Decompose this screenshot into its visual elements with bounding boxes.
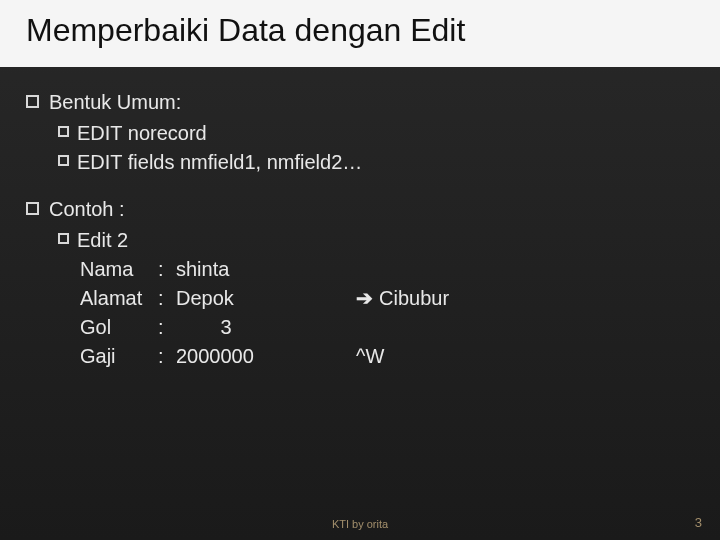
item-text: Edit 2 xyxy=(77,227,128,254)
section-heading: Bentuk Umum: xyxy=(26,89,694,116)
square-bullet-icon xyxy=(26,202,39,215)
field-label: Alamat xyxy=(80,285,158,312)
section-items: EDIT norecord EDIT fields nmfield1, nmfi… xyxy=(58,120,694,176)
section-heading-text: Bentuk Umum: xyxy=(49,89,181,116)
slide-title: Memperbaiki Data dengan Edit xyxy=(0,0,720,67)
slide-content: Bentuk Umum: EDIT norecord EDIT fields n… xyxy=(0,67,720,370)
example-row: Gol : 3 xyxy=(80,314,694,341)
example-block: Nama : shinta Alamat : Depok Cibubur Gol… xyxy=(80,256,694,370)
footer-label: KTI by orita xyxy=(332,518,388,530)
square-bullet-icon xyxy=(58,233,69,244)
footer-text: KTI by orita xyxy=(0,518,720,530)
title-text: Memperbaiki Data dengan Edit xyxy=(26,12,465,48)
field-separator: : xyxy=(158,256,176,283)
square-bullet-icon xyxy=(58,155,69,166)
field-value: shinta xyxy=(176,256,356,283)
list-item: Edit 2 xyxy=(58,227,694,254)
item-text: EDIT norecord xyxy=(77,120,207,147)
example-row: Gaji : 2000000 ^W xyxy=(80,343,694,370)
section-items: Edit 2 xyxy=(58,227,694,254)
list-item: EDIT fields nmfield1, nmfield2… xyxy=(58,149,694,176)
example-row: Nama : shinta xyxy=(80,256,694,283)
item-text: EDIT fields nmfield1, nmfield2… xyxy=(77,149,362,176)
page-number-text: 3 xyxy=(695,515,702,530)
field-value: 2000000 xyxy=(176,343,356,370)
field-separator: : xyxy=(158,314,176,341)
section-heading: Contoh : xyxy=(26,196,694,223)
field-value: Depok xyxy=(176,285,356,312)
section-heading-text: Contoh : xyxy=(49,196,125,223)
field-label: Gaji xyxy=(80,343,158,370)
field-label: Gol xyxy=(80,314,158,341)
page-number: 3 xyxy=(695,515,702,530)
square-bullet-icon xyxy=(26,95,39,108)
field-separator: : xyxy=(158,285,176,312)
square-bullet-icon xyxy=(58,126,69,137)
field-annotation: ^W xyxy=(356,343,384,370)
example-row: Alamat : Depok Cibubur xyxy=(80,285,694,312)
field-value: 3 xyxy=(176,314,356,341)
list-item: EDIT norecord xyxy=(58,120,694,147)
field-separator: : xyxy=(158,343,176,370)
field-label: Nama xyxy=(80,256,158,283)
arrow-icon-annotation: Cibubur xyxy=(356,285,449,312)
